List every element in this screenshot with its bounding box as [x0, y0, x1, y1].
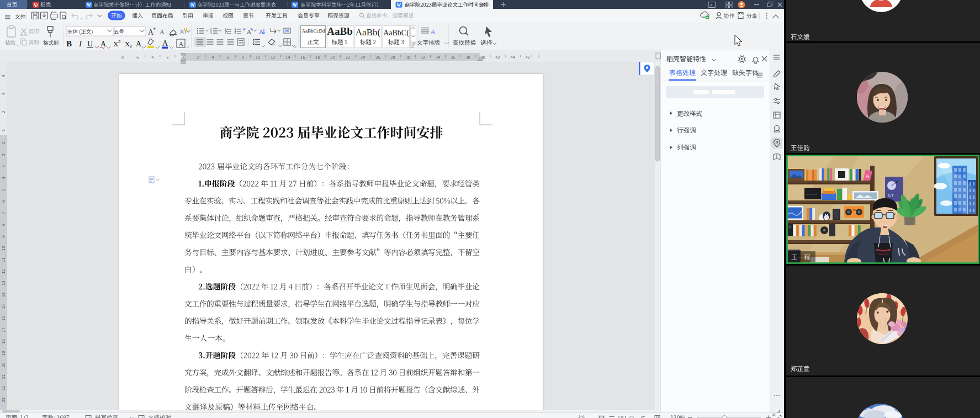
- svg-text:4: 4: [710, 3, 713, 8]
- svg-text:A: A: [430, 28, 436, 36]
- svg-text:A: A: [247, 28, 251, 35]
- svg-text:2: 2: [130, 44, 133, 49]
- svg-text:B: B: [66, 39, 72, 48]
- svg-text:A: A: [136, 40, 142, 48]
- svg-text:U: U: [87, 40, 93, 48]
- svg-text:+: +: [153, 26, 156, 31]
- svg-text:-: -: [164, 26, 166, 31]
- svg-text:2: 2: [118, 39, 121, 44]
- svg-text:A: A: [162, 39, 168, 47]
- svg-text:A: A: [100, 40, 107, 48]
- svg-text:I: I: [78, 39, 82, 48]
- svg-text:D.T: D.T: [888, 194, 894, 198]
- svg-text:A: A: [259, 28, 263, 35]
- svg-text:A: A: [866, 173, 869, 179]
- svg-text:A: A: [179, 40, 184, 48]
- svg-text:3: 3: [210, 31, 212, 35]
